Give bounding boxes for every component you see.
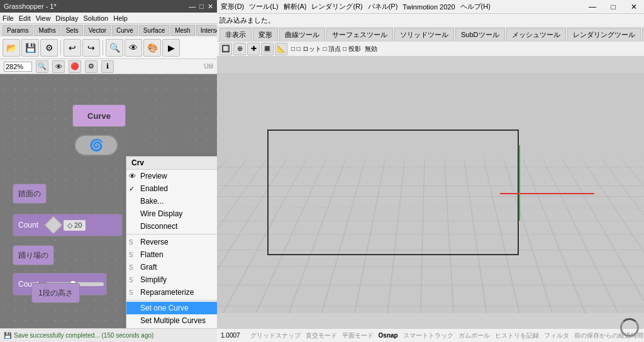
count1-diamond bbox=[45, 216, 62, 234]
tab-surface[interactable]: Surface bbox=[139, 25, 169, 36]
gh-menu-solution[interactable]: Solution bbox=[83, 14, 108, 22]
rhino-status-text: 読み込みました。 bbox=[219, 16, 275, 25]
zoom-icon[interactable]: 🔍 bbox=[36, 60, 48, 73]
status-osnap[interactable]: Osnap bbox=[379, 332, 398, 339]
ctx-flatten[interactable]: SFlatten bbox=[126, 248, 217, 261]
gh-menu-file[interactable]: File bbox=[3, 14, 14, 22]
gh-titlebar: Grasshopper - 1* — □ ✕ bbox=[0, 0, 217, 13]
ctx-header: Crv ▸ bbox=[126, 157, 217, 170]
ctx-bake[interactable]: Bake... bbox=[126, 195, 217, 207]
info-icon[interactable]: ℹ bbox=[101, 60, 114, 73]
ctx-manage-collection[interactable]: Manage Curve collection bbox=[126, 327, 217, 328]
tab-params[interactable]: Params bbox=[3, 25, 33, 36]
rhino-menu-tools[interactable]: ツール(L) bbox=[249, 2, 278, 11]
node-count1[interactable]: Count ◇ 20 bbox=[13, 214, 123, 236]
tab-intersect[interactable]: Intersect bbox=[196, 25, 217, 36]
rhino-tab-surface[interactable]: サーフェスツール bbox=[326, 28, 393, 41]
settings-icon2[interactable]: ⚙ bbox=[85, 60, 97, 73]
rhino-minimize-btn[interactable]: — bbox=[582, 0, 602, 14]
rhino-tb2-btn3[interactable]: ✚ bbox=[247, 43, 260, 55]
ctx-preview[interactable]: 👁Preview bbox=[126, 170, 217, 182]
gh-menubar: File Edit View Display Solution Help bbox=[0, 13, 217, 24]
tb-save[interactable]: 💾 bbox=[21, 39, 39, 57]
ctx-wire-display[interactable]: Wire Display bbox=[126, 207, 217, 220]
tb-color[interactable]: 🎨 bbox=[143, 39, 161, 57]
gh-maximize-btn[interactable]: □ bbox=[199, 3, 204, 11]
gh-bottombar: 💾 Save successfully completed... (150 se… bbox=[0, 328, 217, 342]
rhino-tab-draft[interactable]: 製図 bbox=[642, 28, 644, 41]
rhino-menu-twinmotion[interactable]: Twinmotion 2020 bbox=[402, 3, 455, 11]
ctx-sep1 bbox=[126, 234, 217, 234]
rhino-tb2-btn1[interactable]: 🔲 bbox=[219, 43, 232, 55]
ctx-reparameterize[interactable]: SReparameterize bbox=[126, 286, 217, 299]
tab-vector[interactable]: Vector bbox=[84, 25, 111, 36]
rhino-tab-hide[interactable]: 非表示 bbox=[219, 28, 252, 41]
ctx-set-multiple[interactable]: Set Multiple Curves bbox=[126, 314, 217, 327]
gh-menu-help[interactable]: Help bbox=[113, 14, 128, 22]
gh-close-btn[interactable]: ✕ bbox=[208, 3, 213, 11]
tab-maths[interactable]: Maths bbox=[34, 25, 60, 36]
zoom-input[interactable] bbox=[4, 62, 32, 72]
ctx-simplify[interactable]: SSimplify bbox=[126, 273, 217, 286]
rhino-tb2-btn4[interactable]: 🔳 bbox=[261, 43, 274, 55]
status-history[interactable]: ヒストリを記録 bbox=[495, 331, 539, 340]
node-fumae[interactable]: 踏面の bbox=[13, 184, 47, 204]
ctx-reverse[interactable]: SReverse bbox=[126, 236, 217, 248]
rhino-tab-subd[interactable]: SubDツール bbox=[455, 28, 505, 41]
color-icon[interactable]: 🔴 bbox=[69, 60, 81, 73]
status-filter[interactable]: フィルタ bbox=[544, 331, 569, 340]
tb-zoom-in[interactable]: 🔍 bbox=[106, 39, 123, 57]
rhino-menu-help[interactable]: ヘルプ(H) bbox=[460, 2, 491, 11]
count1-value: ◇ 20 bbox=[64, 220, 86, 231]
node-ichi[interactable]: 1段の高さ bbox=[31, 283, 80, 303]
node-icon[interactable]: 🌀 bbox=[74, 135, 118, 156]
status-gumball[interactable]: ガムボール bbox=[458, 331, 490, 340]
ctx-set-one-curve[interactable]: Set one Curve bbox=[126, 302, 217, 314]
rhino-area: — □ ✕ 変形(D) ツール(L) 解析(A) レンダリング(R) パネル(P… bbox=[217, 0, 644, 342]
tab-curve[interactable]: Curve bbox=[112, 25, 138, 36]
rhino-statusbar: 1.0007 グリッドスナップ 直交モード 平面モード Osnap スマートトラ… bbox=[217, 328, 644, 342]
node-curve[interactable]: Curve bbox=[72, 104, 126, 127]
gh-canvas[interactable]: Curve 🌀 踏面の Count ◇ 20 踊り場の Count 1段の高さ … bbox=[0, 74, 217, 328]
rhino-menu-transform[interactable]: 変形(D) bbox=[221, 2, 244, 11]
ctx-enabled[interactable]: ✓Enabled bbox=[126, 182, 217, 195]
rhino-maximize-btn[interactable]: □ bbox=[603, 0, 623, 14]
node-odoriba[interactable]: 踊り場の bbox=[13, 245, 54, 265]
ctx-graft[interactable]: SGraft bbox=[126, 261, 217, 273]
gh-menu-edit[interactable]: Edit bbox=[19, 14, 31, 22]
gh-menu-display[interactable]: Display bbox=[55, 14, 78, 22]
tb-redo[interactable]: ↪ bbox=[82, 39, 100, 57]
gh-menu-view[interactable]: View bbox=[36, 14, 51, 22]
ctx-disconnect[interactable]: Disconnect bbox=[126, 220, 217, 233]
gh-save-icon: 💾 bbox=[4, 332, 11, 339]
count1-label: Count bbox=[13, 221, 43, 229]
tab-sets[interactable]: Sets bbox=[62, 25, 83, 36]
status-plane[interactable]: 平面モード bbox=[342, 331, 374, 340]
tb-run[interactable]: ▶ bbox=[162, 39, 180, 57]
status-grid-snap[interactable]: グリッドスナップ bbox=[250, 331, 301, 340]
rhino-tab-curve[interactable]: 曲線ツール bbox=[279, 28, 325, 41]
status-smart-track[interactable]: スマートトラック bbox=[403, 331, 453, 340]
rhino-tab-mesh[interactable]: メッシュツール bbox=[506, 28, 566, 41]
node-ichi-label: 1段の高さ bbox=[38, 288, 73, 299]
rhino-viewport[interactable] bbox=[217, 73, 644, 313]
rhino-tb2-btn2[interactable]: ⊕ bbox=[233, 43, 246, 55]
rhino-tab-transform[interactable]: 変形 bbox=[253, 28, 278, 41]
tb-undo[interactable]: ↩ bbox=[64, 39, 81, 57]
rhino-tab-solid[interactable]: ソリッドツール bbox=[394, 28, 454, 41]
gh-minimize-btn[interactable]: — bbox=[189, 3, 196, 11]
viewport-rect bbox=[267, 130, 519, 255]
tb-settings[interactable]: ⚙ bbox=[40, 39, 58, 57]
eye-icon[interactable]: 👁 bbox=[52, 60, 65, 73]
rhino-menu-render[interactable]: レンダリング(R) bbox=[311, 2, 362, 11]
tab-mesh[interactable]: Mesh bbox=[170, 25, 194, 36]
node-icon-glyph: 🌀 bbox=[89, 138, 103, 152]
rhino-tab-render[interactable]: レンダリングツール bbox=[567, 28, 641, 41]
rhino-close-btn[interactable]: ✕ bbox=[624, 0, 644, 14]
rhino-tb2-btn5[interactable]: 📐 bbox=[275, 43, 287, 55]
tb-preview[interactable]: 👁 bbox=[125, 39, 142, 57]
status-ortho[interactable]: 直交モード bbox=[306, 331, 337, 340]
rhino-menu-analysis[interactable]: 解析(A) bbox=[284, 2, 307, 11]
tb-open[interactable]: 📂 bbox=[3, 39, 20, 57]
rhino-menu-panel[interactable]: パネル(P) bbox=[368, 2, 398, 11]
